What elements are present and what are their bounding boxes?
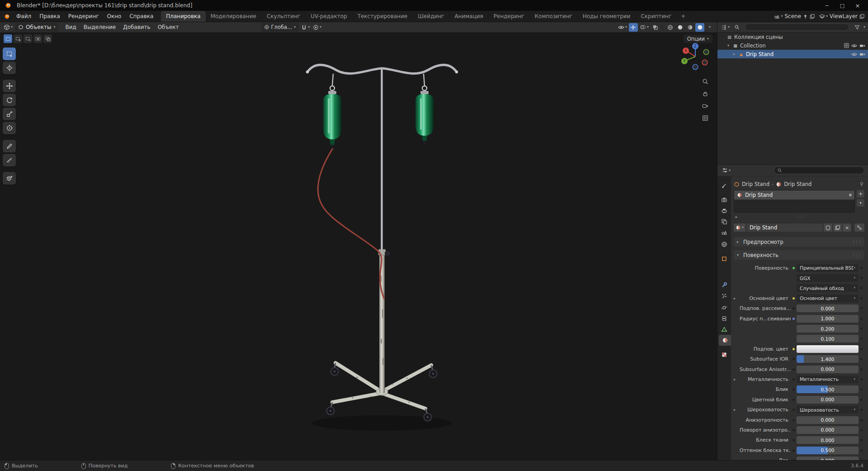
expander-icon[interactable]: ▸: [734, 377, 740, 381]
minimize-button[interactable]: ─: [819, 0, 835, 10]
workspace-tab[interactable]: UV-редактор: [306, 11, 352, 22]
viewport-menu-item[interactable]: Добавить: [119, 24, 154, 30]
outliner-row[interactable]: ▸▲Drip Stand: [717, 50, 868, 58]
decorator-dot[interactable]: [859, 307, 864, 309]
number-field[interactable]: 1.000: [797, 315, 859, 323]
expander-icon[interactable]: ▸: [732, 52, 736, 56]
zoom-button[interactable]: [701, 77, 709, 86]
decorator-dot[interactable]: [859, 338, 864, 340]
pin-id-icon[interactable]: [859, 181, 864, 187]
outliner-row[interactable]: ▾▦Collection✓: [717, 41, 868, 50]
properties-tab-tool[interactable]: [717, 180, 731, 191]
select-mode-subtract-button[interactable]: [24, 34, 32, 43]
menubar-item[interactable]: Справка: [125, 11, 157, 22]
decorator-dot[interactable]: [859, 358, 864, 360]
tool-select-box[interactable]: [3, 48, 16, 60]
slot-specials-button[interactable]: ▾: [857, 199, 864, 207]
camera-icon[interactable]: [859, 43, 865, 48]
pin-icon[interactable]: [803, 14, 808, 19]
decorator-dot[interactable]: [859, 318, 864, 320]
expander-icon[interactable]: ▸: [734, 408, 740, 412]
workspace-tab[interactable]: Шейдинг: [413, 11, 449, 22]
properties-tab-view-layer[interactable]: [717, 216, 731, 227]
properties-tab-physics[interactable]: [717, 302, 731, 313]
number-field[interactable]: 0.000: [797, 426, 859, 434]
decorator-dot[interactable]: [859, 348, 864, 350]
new-viewlayer-icon[interactable]: [859, 14, 864, 19]
viewport-3d[interactable]: ▾ Объекты ▾ ВидВыделениеДобавитьОбъект Г…: [0, 22, 717, 460]
transform-orientation-dropdown[interactable]: Глоба... ▾: [261, 23, 299, 32]
dropdown-field[interactable]: Случайный обход▾: [797, 284, 859, 292]
proportional-editing-dropdown[interactable]: ▾: [312, 23, 322, 32]
expander-icon[interactable]: ▸: [734, 296, 740, 300]
decorator-dot[interactable]: [859, 277, 864, 279]
decorator-dot[interactable]: [859, 439, 864, 441]
viewlayer-selector[interactable]: ▾ ViewLayer: [819, 13, 864, 19]
panel-surface[interactable]: ▾ Поверхность ⋮⋮⋮: [734, 250, 864, 260]
workspace-tab[interactable]: Ноды геометрии: [578, 11, 636, 22]
panel-preview[interactable]: ▸ Предпросмотр ⋮⋮⋮: [734, 237, 864, 247]
expander-icon[interactable]: ▾: [726, 43, 731, 48]
select-mode-invert-button[interactable]: [33, 34, 42, 43]
workspace-tab[interactable]: Рендеринг: [489, 11, 530, 22]
slider-field[interactable]: 1.400: [797, 355, 859, 363]
scene-selector[interactable]: ▾ Scene: [774, 13, 815, 19]
editor-type-button[interactable]: ▾: [720, 23, 731, 32]
viewport-menu-item[interactable]: Объект: [154, 24, 183, 30]
drip-stand-model[interactable]: [306, 65, 458, 431]
editor-type-button[interactable]: ▾: [3, 23, 14, 32]
slider-field[interactable]: 0.500: [797, 447, 859, 454]
number-field[interactable]: 0.000: [797, 366, 859, 373]
eye-icon[interactable]: [851, 43, 857, 48]
new-scene-icon[interactable]: [810, 14, 815, 19]
outliner-filter-input[interactable]: [745, 24, 849, 31]
properties-tab-particles[interactable]: [717, 290, 731, 301]
color-swatch[interactable]: [797, 345, 859, 353]
menubar-item[interactable]: Рендеринг: [64, 11, 103, 22]
menu-button[interactable]: Основной цвет▾: [797, 295, 859, 302]
decorator-dot[interactable]: [859, 388, 864, 390]
mode-select[interactable]: Объекты ▾: [15, 23, 58, 32]
decorator-dot[interactable]: [859, 297, 864, 300]
maximize-button[interactable]: □: [835, 0, 850, 10]
dropdown-field[interactable]: GGX▾: [797, 274, 859, 282]
tool-measure[interactable]: [3, 154, 16, 167]
decorator-dot[interactable]: [859, 378, 864, 381]
shading-material-button[interactable]: [685, 23, 694, 32]
grip-icon[interactable]: ⋮⋮⋮: [796, 214, 806, 219]
outliner-search-icon[interactable]: [732, 23, 741, 32]
decorator-dot[interactable]: [859, 368, 864, 371]
number-field[interactable]: 0.100: [797, 335, 859, 343]
tool-cursor[interactable]: [3, 62, 16, 74]
number-field[interactable]: 0.000: [797, 396, 859, 404]
right-bottle[interactable]: [415, 91, 434, 144]
decorator-dot[interactable]: [859, 429, 864, 431]
tool-annotate[interactable]: [3, 140, 16, 152]
tool-scale[interactable]: [3, 108, 16, 120]
workspace-tab[interactable]: Скриптинг: [636, 11, 677, 22]
show-overlays-dropdown[interactable]: ▾: [639, 23, 650, 32]
properties-tab-object[interactable]: [717, 253, 731, 264]
decorator-dot[interactable]: [859, 267, 864, 269]
blender-menu-icon[interactable]: [2, 11, 12, 22]
outliner-row[interactable]: ▤Коллекция сцены: [717, 33, 868, 41]
pan-view-button[interactable]: [701, 90, 709, 98]
expander-icon[interactable]: ▸: [736, 215, 739, 219]
select-mode-extend-button[interactable]: [14, 34, 22, 43]
number-field[interactable]: 0.000: [797, 457, 859, 460]
viewport-menu-item[interactable]: Выделение: [80, 24, 119, 30]
decorator-dot[interactable]: [859, 287, 864, 289]
object-visibility-dropdown[interactable]: ▾: [617, 23, 628, 32]
decorator-dot[interactable]: [859, 449, 864, 452]
properties-tab-scene[interactable]: [717, 227, 731, 238]
left-bottle[interactable]: [323, 91, 341, 148]
copy-material-button[interactable]: [833, 224, 842, 232]
material-slot-list[interactable]: Drip Stand: [734, 190, 855, 213]
select-mode-new-button[interactable]: [4, 34, 12, 43]
slider-field[interactable]: 0.500: [797, 385, 859, 393]
tool-move[interactable]: [3, 80, 16, 92]
breadcrumb-material[interactable]: Drip Stand: [784, 181, 811, 187]
workspace-tab[interactable]: Анимация: [449, 11, 488, 22]
xray-toggle[interactable]: [651, 23, 660, 32]
viewport-3d-scene[interactable]: [0, 22, 717, 460]
